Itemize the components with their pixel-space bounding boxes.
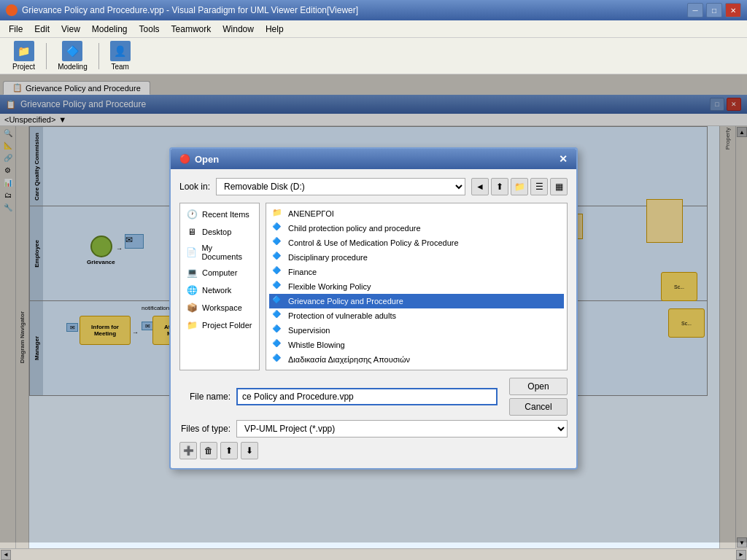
place-network-label: Network — [202, 286, 231, 295]
file-label-7: Protection of vulnerable adults — [288, 311, 396, 320]
minimize-button[interactable]: ─ — [687, 3, 703, 18]
dialog-body: Look in: Removable Disk (D:) ◄ ⬆ 📁 ☰ ▦ 🕐… — [171, 169, 576, 468]
file-supervision[interactable]: 🔷 Supervision — [269, 323, 564, 338]
file-finance[interactable]: 🔷 Finance — [269, 265, 564, 279]
recent-items-icon: 🕐 — [186, 209, 198, 220]
nav-view-btn2[interactable]: ▦ — [550, 178, 568, 195]
open-dialog: 🔴 Open ✕ Look in: Removable Disk (D:) ◄ … — [169, 147, 578, 470]
nav-back-btn[interactable]: ◄ — [471, 178, 489, 195]
toolbar-team-label: Team — [111, 63, 128, 71]
open-button-container: Open Cancel — [509, 378, 568, 416]
file-icon-1: 🔷 — [272, 222, 284, 234]
dialog-footer: File name: Open Cancel Files of type: VP… — [179, 378, 568, 459]
desktop-icon: 🖥 — [186, 226, 198, 238]
file-label-5: Flexible Working Policy — [288, 282, 371, 291]
team-icon: 👤 — [110, 41, 131, 61]
file-icon-10: 🔷 — [272, 354, 284, 365]
menu-edit[interactable]: Edit — [28, 23, 55, 36]
file-icon-3: 🔷 — [272, 252, 284, 263]
modal-overlay: 🔴 Open ✕ Look in: Removable Disk (D:) ◄ … — [0, 74, 747, 542]
window-title: Grievance Policy and Procedure.vpp - Vis… — [22, 5, 687, 15]
nav-up-btn[interactable]: ⬆ — [491, 178, 508, 195]
up-icon-btn[interactable]: ⬆ — [220, 442, 238, 459]
project-folder-icon: 📁 — [186, 319, 198, 331]
nav-new-folder-btn[interactable]: 📁 — [511, 178, 528, 195]
files-of-type-label: Files of type: — [179, 424, 231, 434]
file-whistle-blowing[interactable]: 🔷 Whistle Blowing — [269, 338, 564, 352]
toolbar-team[interactable]: 👤 Team — [104, 37, 137, 74]
place-desktop[interactable]: 🖥 Desktop — [183, 224, 256, 240]
scrollbar-bottom: ◄ ► — [0, 548, 747, 560]
open-button[interactable]: Open — [509, 378, 568, 395]
places-panel: 🕐 Recent Items 🖥 Desktop 📄 My Documents … — [179, 203, 260, 370]
place-workspace-label: Workspace — [202, 303, 242, 312]
menu-help[interactable]: Help — [260, 23, 290, 36]
dialog-title-bar: 🔴 Open ✕ — [171, 149, 576, 169]
scroll-right-btn[interactable]: ► — [736, 550, 746, 560]
file-control-medication[interactable]: 🔷 Control & Use of Medication Policy & P… — [269, 236, 564, 250]
down-icon-btn[interactable]: ⬇ — [241, 442, 258, 459]
file-anenergoi[interactable]: 📁 ΑΝΕΝΕΡΓΟΙ — [269, 206, 564, 221]
file-disciplinary[interactable]: 🔷 Disciplinary procedure — [269, 250, 564, 265]
file-icon-8: 🔷 — [272, 324, 284, 336]
file-name-row: File name: Open Cancel — [179, 378, 568, 416]
modeling-icon: 🔷 — [62, 41, 82, 61]
place-project-folder-label: Project Folder — [202, 321, 252, 330]
files-of-type-row: Files of type: VP-UML Project (*.vpp) — [179, 420, 568, 438]
file-label-9: Whistle Blowing — [288, 341, 345, 349]
toolbar-project[interactable]: 📁 Project — [6, 37, 42, 74]
place-network[interactable]: 🌐 Network — [183, 282, 256, 298]
files-of-type-select[interactable]: VP-UML Project (*.vpp) — [236, 420, 568, 438]
dialog-icon: 🔴 — [179, 154, 190, 164]
look-in-label: Look in: — [179, 182, 210, 192]
menu-window[interactable]: Window — [217, 23, 260, 36]
file-icon-5: 🔷 — [272, 281, 284, 292]
look-in-buttons: ◄ ⬆ 📁 ☰ ▦ — [471, 178, 568, 195]
file-icon-4: 🔷 — [272, 266, 284, 278]
menu-teamwork[interactable]: Teamwork — [166, 23, 217, 36]
file-icon-2: 🔷 — [272, 237, 284, 249]
toolbar: 📁 Project 🔷 Modeling 👤 Team — [0, 38, 747, 74]
menu-file[interactable]: File — [3, 23, 28, 36]
place-recent-items[interactable]: 🕐 Recent Items — [183, 206, 256, 222]
nav-view-btn1[interactable]: ☰ — [530, 178, 548, 195]
scroll-left-btn[interactable]: ◄ — [1, 550, 11, 560]
file-icon-6: 🔷 — [272, 295, 284, 307]
menu-modeling[interactable]: Modeling — [86, 23, 133, 36]
delete-icon-btn[interactable]: 🗑 — [200, 442, 217, 459]
dialog-close-button[interactable]: ✕ — [559, 153, 568, 165]
file-label-8: Supervision — [288, 326, 330, 335]
file-name-input[interactable] — [236, 388, 498, 405]
file-protection-vulnerable[interactable]: 🔷 Protection of vulnerable adults — [269, 308, 564, 323]
my-documents-icon: 📄 — [186, 246, 197, 258]
place-my-documents[interactable]: 📄 My Documents — [183, 241, 256, 263]
cancel-button[interactable]: Cancel — [509, 398, 568, 416]
menu-tools[interactable]: Tools — [133, 23, 166, 36]
file-flexible-working[interactable]: 🔷 Flexible Working Policy — [269, 279, 564, 294]
place-computer-label: Computer — [202, 268, 237, 277]
look-in-row: Look in: Removable Disk (D:) ◄ ⬆ 📁 ☰ ▦ — [179, 178, 568, 195]
close-button[interactable]: ✕ — [725, 3, 741, 18]
toolbar-modeling-label: Modeling — [58, 63, 88, 71]
menu-view[interactable]: View — [55, 23, 86, 36]
file-child-protection[interactable]: 🔷 Child protection policy and procedure — [269, 221, 564, 236]
look-in-select[interactable]: Removable Disk (D:) — [216, 178, 465, 195]
file-icon-9: 🔷 — [272, 339, 284, 351]
file-grievance-policy[interactable]: 🔷 Grievance Policy and Procedure — [269, 294, 564, 308]
computer-icon: 💻 — [186, 267, 198, 279]
add-icon-btn[interactable]: ➕ — [179, 442, 197, 459]
maximize-button[interactable]: □ — [706, 3, 722, 18]
file-folder-icon-0: 📁 — [272, 208, 284, 219]
file-label-10: Διαδικασία Διαχείρησης Απουσιών — [288, 355, 410, 364]
toolbar-modeling[interactable]: 🔷 Modeling — [51, 37, 94, 74]
file-label-6: Grievance Policy and Procedure — [288, 297, 403, 306]
place-computer[interactable]: 💻 Computer — [183, 265, 256, 281]
file-label-2: Control & Use of Medication Policy & Pro… — [288, 238, 459, 247]
file-label-3: Disciplinary procedure — [288, 253, 368, 262]
workspace-icon: 📦 — [186, 302, 198, 314]
place-workspace[interactable]: 📦 Workspace — [183, 300, 256, 316]
file-label-4: Finance — [288, 268, 317, 276]
place-project-folder[interactable]: 📁 Project Folder — [183, 317, 256, 333]
app-icon — [6, 4, 18, 16]
file-greek[interactable]: 🔷 Διαδικασία Διαχείρησης Απουσιών — [269, 352, 564, 367]
